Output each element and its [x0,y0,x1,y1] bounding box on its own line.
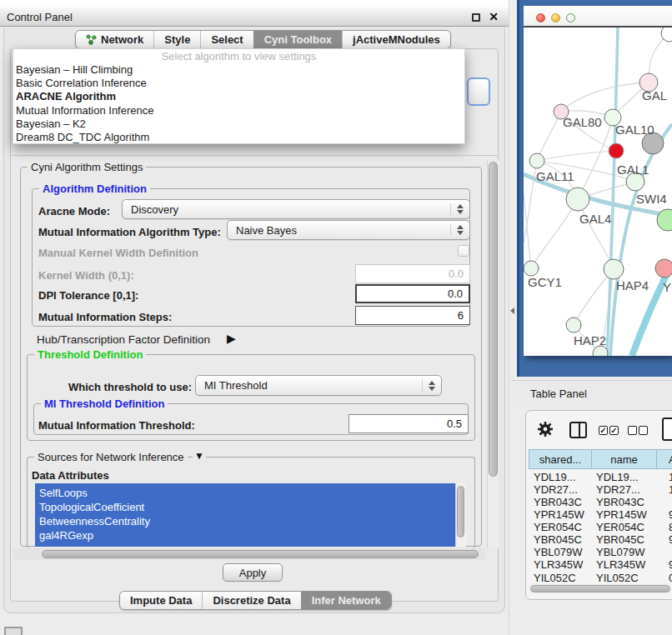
cell[interactable]: 8. [657,521,672,533]
cell[interactable]: YLR345W [529,558,591,571]
attribute-item[interactable]: BetweennessCentrality [35,514,455,528]
tab-discretize-data[interactable]: Discretize Data [202,592,300,609]
mi-steps-field[interactable]: 6 [355,306,470,325]
cell[interactable]: YDL19... [591,471,657,483]
table-horizontal-scrollbar-thumb[interactable] [530,585,670,592]
table-row[interactable]: YBR043C YBR043C [529,496,672,508]
cell[interactable]: YIL052C [591,572,657,583]
table-row[interactable]: YLR345W YLR345W 9. [529,558,672,571]
table-row[interactable]: YBL079W YBL079W [529,546,672,558]
cell[interactable]: YBL079W [591,546,657,558]
mi-threshold-field[interactable]: 0.5 [349,414,469,433]
close-icon[interactable]: ✕ [489,10,499,23]
control-panel-titlebar[interactable]: Control Panel ✕ [0,7,509,27]
network-window-titlebar[interactable] [524,6,672,28]
apply-button[interactable]: Apply [223,563,283,582]
dpi-tolerance-field[interactable]: 0.0 [355,284,470,303]
table-row[interactable]: YDL19... YDL19... 13 [529,471,672,483]
tab-impute-data[interactable]: Impute Data [120,592,202,609]
cell[interactable]: 9. [657,533,672,546]
table-row[interactable]: YPR145W YPR145W 9. [529,508,672,521]
cell[interactable]: YBR045C [591,533,657,546]
table-row[interactable]: YDR27... YDR27... 12 [529,483,672,496]
close-traffic-light-icon[interactable] [536,13,545,22]
table-export-icon[interactable] [662,418,672,441]
cell[interactable]: YPR145W [591,508,657,521]
attribute-item[interactable]: TopologicalCoefficient [35,500,455,514]
zoom-traffic-light-icon[interactable] [566,13,575,22]
attribute-item[interactable]: gal4RGexp [35,528,455,542]
expand-arrow-icon[interactable]: ▶ [227,332,236,345]
cell[interactable]: 9. [657,558,672,571]
cell[interactable]: YER054C [529,521,591,533]
cell[interactable]: YDR27... [529,483,591,496]
unchecked-checkbox-icon[interactable] [639,426,648,435]
menu-item-bayesian-k2[interactable]: Bayesian – K2 [13,118,464,131]
kernel-width-field[interactable]: 0.0 [355,264,470,283]
node-gcy1[interactable] [524,261,539,276]
divider-grip-icon[interactable] [510,308,514,314]
cell[interactable]: YIL052C [529,572,591,583]
aracne-mode-combobox[interactable]: Discovery [122,199,470,219]
node-red[interactable] [609,143,624,158]
tab-infer-network[interactable]: Infer Network [301,592,391,609]
minimized-panel-icon[interactable] [4,627,23,635]
cell[interactable] [657,546,672,558]
which-threshold-combobox[interactable]: MI Threshold [195,375,442,396]
menu-item-dream8[interactable]: Dream8 DC_TDC Algorithm [13,131,464,144]
table-horizontal-scrollbar[interactable] [529,583,672,594]
float-window-icon[interactable] [472,13,480,22]
collapse-arrow-icon[interactable]: ▼ [193,450,206,462]
checked-checkbox-icon[interactable]: ✓ [609,426,619,435]
settings-horizontal-scrollbar-thumb[interactable] [42,550,479,558]
attribute-item[interactable]: SelfLoops [35,486,455,500]
cell[interactable]: YDL19... [529,471,591,483]
cell[interactable]: YPR145W [529,508,591,521]
settings-vertical-scrollbar[interactable] [487,160,499,548]
cell[interactable]: YBR045C [529,533,591,546]
cell[interactable]: 13 [657,471,672,483]
tab-select[interactable]: Select [200,31,253,48]
minimize-traffic-light-icon[interactable] [551,13,560,22]
manual-kernel-width-checkbox[interactable] [458,245,469,257]
cell[interactable]: YBR043C [529,496,591,508]
node-gal4[interactable] [566,188,589,211]
network-canvas[interactable]: GAL GAL80 GAL10 GAL1 GAL11 SWI4 GAL4 GCY… [524,28,672,356]
settings-vertical-scrollbar-thumb[interactable] [489,162,498,477]
split-columns-icon[interactable] [569,422,587,438]
hub-definition-label[interactable]: Hub/Transcription Factor Definition [37,333,210,346]
settings-horizontal-scrollbar[interactable] [13,548,485,560]
cell[interactable]: YDR27... [591,483,657,496]
menu-item-bayesian-hill-climbing[interactable]: Bayesian – Hill Climbing [13,63,464,77]
panel-divider[interactable] [509,0,517,635]
table-row[interactable]: YER054C YER054C 8. [529,521,672,533]
cell[interactable]: YER054C [591,521,657,533]
column-header-shared-name[interactable]: shared... [529,449,592,469]
column-header-name[interactable]: name [591,449,657,469]
node-salmon[interactable] [655,259,672,278]
inference-algorithm-combobox-edge[interactable] [467,78,490,106]
checked-checkbox-icon[interactable]: ✓ [599,426,608,435]
cell[interactable]: 9. [657,508,672,521]
attributes-scrollbar[interactable] [455,483,466,547]
cell[interactable]: YLR345W [591,558,657,571]
cell[interactable] [657,496,672,508]
node-hap4[interactable] [604,259,624,279]
cell[interactable]: YBL079W [529,546,591,558]
tab-jactivemnodules[interactable]: jActiveMNodules [342,31,450,48]
table-row[interactable]: YBR045C YBR045C 9. [529,533,672,546]
cell[interactable]: 12 [657,483,672,496]
column-header-partial[interactable]: A [656,449,672,469]
cell[interactable]: YBR043C [591,496,657,508]
node-hap2[interactable] [566,318,581,332]
cell[interactable]: 0. [657,572,672,583]
unchecked-checkbox-icon[interactable] [628,426,637,435]
attributes-scrollbar-thumb[interactable] [457,486,464,538]
gear-icon[interactable] [537,421,554,440]
menu-item-aracne[interactable]: ARACNE Algorithm [13,90,464,103]
node-gal11[interactable] [529,153,544,168]
tab-cyni-toolbox[interactable]: Cyni Toolbox [253,31,342,48]
tab-network[interactable]: Network [76,31,153,48]
menu-item-basic-correlation[interactable]: Basic Correlation Inference [13,77,464,90]
table-row[interactable]: YIL052C YIL052C 0. [529,572,672,583]
